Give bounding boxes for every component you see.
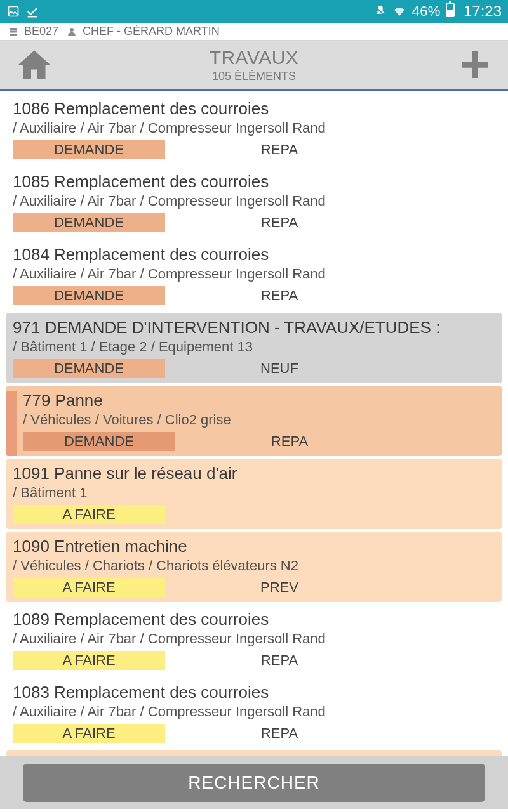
row-title: 971 DEMANDE D'INTERVENTION - TRAVAUX/ETU…	[13, 318, 497, 337]
org-code: BE027	[24, 25, 58, 38]
type-badge: REPA	[203, 651, 356, 670]
row-path: / Bâtiment 1 / Etage 2 / Equipement 13	[13, 339, 497, 355]
list-row[interactable]: 1086 Remplacement des courroies/ Auxilia…	[6, 94, 502, 164]
image-icon	[6, 4, 20, 18]
list-row[interactable]: 971 DEMANDE D'INTERVENTION - TRAVAUX/ETU…	[6, 313, 502, 383]
row-title: 779 Panne	[23, 391, 497, 410]
row-path: / Véhicules / Chariots / Chariots élévat…	[13, 558, 497, 574]
org-icon	[8, 26, 19, 37]
user-name: CHEF - GÉRARD MARTIN	[83, 25, 220, 38]
row-path: / Auxiliaire / Air 7bar / Compresseur In…	[13, 704, 497, 720]
type-badge: PREV	[203, 578, 356, 597]
search-button[interactable]: RECHERCHER	[23, 764, 485, 802]
user-icon	[66, 26, 77, 37]
type-badge: REPA	[213, 432, 366, 451]
type-badge: NEUF	[203, 359, 356, 378]
row-title: 1083 Remplacement des courroies	[13, 683, 497, 702]
page-title: TRAVAUX	[0, 47, 508, 69]
row-path: / Auxiliaire / Air 7bar / Compresseur In…	[13, 120, 497, 136]
status-badge: DEMANDE	[13, 213, 165, 232]
status-badge: DEMANDE	[23, 432, 175, 451]
type-badge	[203, 505, 356, 524]
row-title: 1091 Panne sur le réseau d'air	[13, 464, 497, 483]
home-button[interactable]	[15, 46, 53, 84]
status-badge: A FAIRE	[13, 578, 165, 597]
row-path: / Auxiliaire / Air 7bar / Compresseur In…	[13, 631, 497, 647]
mute-icon	[373, 4, 387, 18]
status-badge: A FAIRE	[13, 724, 165, 743]
list-row[interactable]: 1091 Panne sur le réseau d'air/ Bâtiment…	[6, 459, 502, 529]
list-row[interactable]: 1085 Remplacement des courroies/ Auxilia…	[6, 167, 502, 237]
type-badge: REPA	[203, 213, 356, 232]
row-title: 1085 Remplacement des courroies	[13, 172, 497, 192]
wifi-icon	[392, 4, 406, 18]
priority-bar	[6, 391, 17, 456]
type-badge: REPA	[203, 286, 356, 305]
status-badge: A FAIRE	[13, 651, 165, 670]
status-badge: DEMANDE	[13, 359, 165, 378]
check-underline-icon	[25, 4, 39, 18]
android-statusbar: 46% 17:23	[0, 0, 508, 23]
clock: 17:23	[464, 3, 502, 20]
list-row[interactable]: 1090 Entretien machine/ Véhicules / Char…	[6, 532, 502, 602]
work-list[interactable]: 1086 Remplacement des courroies/ Auxilia…	[0, 91, 508, 756]
row-path: / Véhicules / Voitures / Clio2 grise	[23, 412, 497, 428]
row-path: / Auxiliaire / Air 7bar / Compresseur In…	[13, 193, 497, 209]
list-row[interactable]: 1080 Vérification périodique du chauffe …	[6, 750, 502, 756]
row-path: / Bâtiment 1	[13, 485, 497, 501]
row-title: 1080 Vérification périodique du chauffe …	[13, 756, 497, 756]
list-row[interactable]: 1089 Remplacement des courroies/ Auxilia…	[6, 605, 502, 675]
list-row[interactable]: 1083 Remplacement des courroies/ Auxilia…	[6, 678, 502, 748]
row-title: 1084 Remplacement des courroies	[13, 245, 497, 265]
page-subtitle: 105 ÉLÉMENTS	[0, 70, 508, 83]
row-title: 1089 Remplacement des courroies	[13, 610, 497, 629]
list-row[interactable]: 1084 Remplacement des courroies/ Auxilia…	[6, 240, 502, 310]
type-badge: REPA	[203, 140, 356, 159]
status-badge: A FAIRE	[13, 505, 165, 524]
status-badge: DEMANDE	[13, 140, 165, 159]
svg-rect-0	[9, 7, 18, 16]
svg-point-1	[70, 28, 74, 32]
row-title: 1086 Remplacement des courroies	[13, 99, 497, 119]
page-header: TRAVAUX 105 ÉLÉMENTS	[0, 41, 508, 91]
footer: RECHERCHER	[0, 756, 508, 809]
battery-icon	[446, 3, 455, 20]
add-button[interactable]	[457, 47, 493, 82]
row-path: / Auxiliaire / Air 7bar / Compresseur In…	[13, 266, 497, 282]
status-badge: DEMANDE	[13, 286, 165, 305]
row-title: 1090 Entretien machine	[13, 537, 497, 556]
identity-strip: BE027 CHEF - GÉRARD MARTIN	[0, 23, 508, 41]
list-row[interactable]: 779 Panne/ Véhicules / Voitures / Clio2 …	[6, 386, 502, 456]
battery-percent: 46%	[411, 3, 441, 20]
type-badge: REPA	[203, 724, 356, 743]
